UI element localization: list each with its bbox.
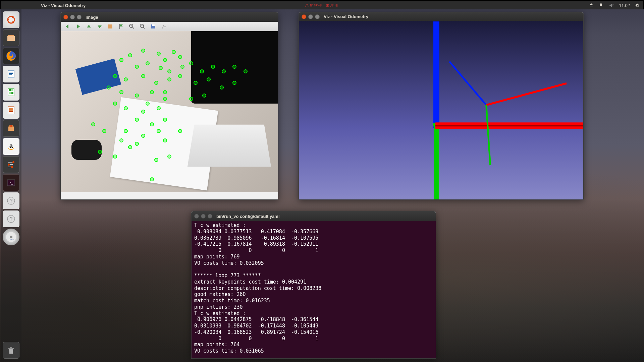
- feature-point: [244, 69, 248, 73]
- launcher-firefox[interactable]: [3, 48, 19, 64]
- launcher-software-center[interactable]: [3, 120, 19, 137]
- svg-point-4: [12, 21, 14, 23]
- top-menubar: Viz - Visual Odometry 录屏软件 未注册 11:02: [0, 0, 644, 9]
- feature-point: [150, 90, 154, 94]
- svg-rect-11: [9, 74, 12, 75]
- unity-launcher: a >_ ? ? DVD: [1, 9, 21, 361]
- image-titlebar[interactable]: image: [61, 12, 278, 22]
- notification-icon[interactable]: [589, 3, 594, 8]
- close-button[interactable]: [194, 214, 199, 219]
- feature-point: [119, 90, 123, 94]
- viz-window: Viz - Visual Odometry: [299, 12, 584, 200]
- network-icon[interactable]: [599, 3, 604, 8]
- nav-up-button[interactable]: [84, 23, 94, 30]
- launcher-files[interactable]: [3, 29, 19, 46]
- feature-point: [128, 53, 132, 57]
- svg-point-33: [10, 236, 12, 238]
- svg-point-3: [12, 16, 14, 18]
- feature-point: [189, 61, 193, 65]
- svg-rect-6: [7, 36, 15, 41]
- viz-3d-viewport[interactable]: [299, 21, 583, 199]
- maximize-button[interactable]: [77, 15, 82, 19]
- save-button[interactable]: [149, 23, 158, 30]
- feature-point: [172, 50, 176, 54]
- image-viewport[interactable]: [61, 31, 278, 199]
- sound-icon[interactable]: [609, 3, 614, 8]
- launcher-trash[interactable]: [3, 342, 19, 359]
- terminal-window: bin/run_vo config/default.yaml T_c_w_est…: [191, 211, 436, 359]
- nav-back-button[interactable]: [63, 23, 72, 30]
- feature-point: [135, 142, 139, 146]
- zoom-in-button[interactable]: [127, 23, 137, 30]
- svg-rect-9: [9, 72, 13, 72]
- svg-rect-47: [152, 24, 155, 26]
- camera-x-axis: [486, 83, 567, 105]
- feature-point: [163, 118, 167, 122]
- camera-frame: [61, 31, 278, 192]
- minimize-button[interactable]: [70, 15, 75, 19]
- svg-point-24: [8, 164, 10, 166]
- feature-point: [150, 122, 154, 126]
- coordinate-axes: [299, 21, 583, 199]
- feature-point: [167, 69, 171, 73]
- properties-button[interactable]: [159, 23, 169, 30]
- feature-point: [232, 81, 236, 85]
- feature-point: [157, 52, 161, 56]
- launcher-settings[interactable]: [3, 156, 19, 173]
- feature-point: [98, 150, 102, 154]
- maximize-button[interactable]: [315, 14, 320, 19]
- feature-point: [124, 106, 128, 110]
- svg-rect-8: [8, 70, 14, 78]
- svg-rect-19: [9, 111, 13, 112]
- feature-point: [167, 155, 171, 159]
- flag-button[interactable]: [116, 23, 126, 30]
- feature-point: [119, 58, 123, 62]
- viz-titlebar[interactable]: Viz - Visual Odometry: [299, 12, 583, 21]
- launcher-terminal[interactable]: >_: [3, 174, 19, 191]
- launcher-dash[interactable]: [3, 11, 19, 28]
- launcher-impress[interactable]: [3, 102, 19, 119]
- menubar-center-text: 录屏软件 未注册: [305, 3, 339, 8]
- svg-rect-13: [9, 89, 11, 91]
- launcher-amazon[interactable]: a: [3, 138, 19, 155]
- clock[interactable]: 11:02: [619, 3, 630, 8]
- launcher-help[interactable]: ?: [3, 192, 19, 209]
- launcher-calc[interactable]: [3, 84, 19, 101]
- feature-point: [200, 69, 204, 73]
- feature-point: [146, 102, 150, 106]
- launcher-help-2[interactable]: ?: [3, 210, 19, 227]
- maximize-button[interactable]: [208, 214, 212, 219]
- world-z-axis: [433, 21, 439, 128]
- svg-rect-38: [119, 24, 120, 29]
- feature-point: [102, 129, 106, 133]
- feature-point: [150, 177, 154, 181]
- terminal-title: bin/run_vo config/default.yaml: [216, 214, 280, 219]
- scene-object-papers: [110, 97, 218, 190]
- gear-icon[interactable]: [635, 3, 640, 8]
- camera-y-axis: [486, 105, 490, 166]
- feature-point: [135, 94, 139, 98]
- feature-point: [154, 158, 158, 162]
- nav-down-button[interactable]: [95, 23, 104, 30]
- launcher-dvd[interactable]: DVD: [3, 229, 19, 245]
- feature-point: [128, 145, 132, 149]
- svg-line-40: [132, 27, 134, 28]
- scene-object-gamepad: [71, 140, 102, 160]
- minimize-button[interactable]: [201, 214, 206, 219]
- feature-point: [113, 102, 117, 106]
- svg-rect-36: [10, 347, 12, 348]
- home-button[interactable]: [106, 23, 115, 30]
- terminal-output[interactable]: T_c_w_estimated_: 0.908084 0.0377513 0.4…: [192, 221, 436, 358]
- svg-text:a: a: [9, 142, 13, 149]
- feature-point: [107, 85, 111, 89]
- launcher-writer[interactable]: [3, 66, 19, 82]
- close-button[interactable]: [63, 15, 68, 19]
- minimize-button[interactable]: [308, 14, 313, 19]
- nav-forward-button[interactable]: [73, 23, 83, 30]
- feature-point: [141, 49, 145, 53]
- zoom-out-button[interactable]: [138, 23, 147, 30]
- feature-point: [222, 69, 226, 73]
- close-button[interactable]: [302, 14, 306, 19]
- terminal-titlebar[interactable]: bin/run_vo config/default.yaml: [192, 212, 436, 221]
- feature-point: [163, 97, 167, 101]
